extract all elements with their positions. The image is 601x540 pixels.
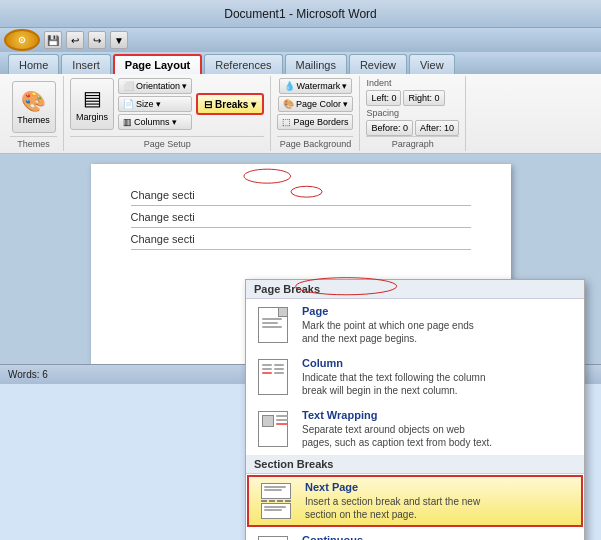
indent-left-btn[interactable]: Left: 0: [366, 90, 401, 106]
quick-access-toolbar: ⊙ 💾 ↩ ↪ ▼: [0, 28, 601, 52]
breaks-dropdown: Page Breaks Page Mark the point at which…: [245, 279, 585, 540]
page-color-button[interactable]: 🎨 Page Color ▾: [278, 96, 353, 112]
watermark-button[interactable]: 💧 Watermark ▾: [279, 78, 353, 94]
continuous-item[interactable]: Continuous Insert a section break and st…: [246, 528, 584, 540]
title-bar: Document1 - Microsoft Word: [0, 0, 601, 28]
text-wrap-desc: Separate text around objects on webpages…: [302, 423, 576, 449]
themes-group: 🎨 Themes Themes: [4, 76, 64, 151]
undo-btn[interactable]: ↩: [66, 31, 84, 49]
column-break-desc: Indicate that the text following the col…: [302, 371, 576, 397]
continuous-title: Continuous: [302, 534, 576, 540]
text-wrap-icon: [254, 409, 292, 449]
page-setup-group: ▤ Margins ⬜ Orientation ▾ 📄 Size ▾: [64, 76, 271, 151]
orientation-icon: ⬜: [123, 81, 134, 91]
page-break-icon: [254, 305, 292, 345]
main-area: Change secti Change secti Change secti h…: [0, 154, 601, 364]
spacing-before-btn[interactable]: Before: 0: [366, 120, 413, 136]
column-break-item[interactable]: Column Indicate that the text following …: [246, 351, 584, 403]
size-button[interactable]: 📄 Size ▾: [118, 96, 192, 112]
breaks-icon: ⊟: [204, 99, 212, 110]
title-text: Document1 - Microsoft Word: [224, 7, 377, 21]
indent-label: Indent: [366, 78, 391, 88]
doc-line-3: Change secti: [131, 228, 471, 250]
redo-btn[interactable]: ↪: [88, 31, 106, 49]
themes-button[interactable]: 🎨 Themes: [12, 81, 56, 133]
tab-references[interactable]: References: [204, 54, 282, 74]
continuous-icon: [254, 534, 292, 540]
word-count: Words: 6: [8, 369, 48, 380]
office-button[interactable]: ⊙: [4, 29, 40, 51]
columns-arrow: ▾: [172, 117, 177, 127]
page-break-desc: Mark the point at which one page endsand…: [302, 319, 576, 345]
tab-page-layout[interactable]: Page Layout: [113, 54, 202, 74]
ribbon-content: 🎨 Themes Themes ▤ Margins ⬜ Orientation …: [0, 74, 601, 154]
breaks-arrow: ▾: [251, 99, 256, 110]
page-setup-label: Page Setup: [70, 136, 264, 149]
column-break-title: Column: [302, 357, 576, 369]
section-breaks-header: Section Breaks: [246, 455, 584, 474]
orientation-arrow: ▾: [182, 81, 187, 91]
next-page-item[interactable]: Next Page Insert a section break and sta…: [247, 475, 583, 527]
tab-home[interactable]: Home: [8, 54, 59, 74]
page-setup-small-btns: ⬜ Orientation ▾ 📄 Size ▾ ▥ Columns ▾: [118, 78, 192, 130]
page-color-arrow: ▾: [343, 99, 348, 109]
margins-icon: ▤: [83, 86, 102, 110]
breaks-button[interactable]: ⊟ Breaks ▾: [196, 93, 264, 115]
column-break-icon: [254, 357, 292, 397]
tab-view[interactable]: View: [409, 54, 455, 74]
doc-line-1: Change secti: [131, 184, 471, 206]
breaks-group-btns: ⊟ Breaks ▾: [196, 93, 264, 115]
next-page-title: Next Page: [305, 481, 573, 493]
page-color-icon: 🎨: [283, 99, 294, 109]
tab-review[interactable]: Review: [349, 54, 407, 74]
columns-icon: ▥: [123, 117, 132, 127]
page-background-group: 💧 Watermark ▾ 🎨 Page Color ▾ ⬚ Page Bord…: [271, 76, 360, 151]
doc-line-2: Change secti: [131, 206, 471, 228]
spacing-label: Spacing: [366, 108, 399, 118]
themes-group-label: Themes: [10, 136, 57, 149]
spacing-after-btn[interactable]: After: 10: [415, 120, 459, 136]
page-borders-button[interactable]: ⬚ Page Borders: [277, 114, 353, 130]
size-arrow: ▾: [156, 99, 161, 109]
columns-button[interactable]: ▥ Columns ▾: [118, 114, 192, 130]
page-bg-label: Page Background: [277, 136, 353, 149]
tab-mailings[interactable]: Mailings: [285, 54, 347, 74]
text-wrap-title: Text Wrapping: [302, 409, 576, 421]
orientation-button[interactable]: ⬜ Orientation ▾: [118, 78, 192, 94]
next-page-desc: Insert a section break and start the new…: [305, 495, 573, 521]
size-icon: 📄: [123, 99, 134, 109]
watermark-icon: 💧: [284, 81, 295, 91]
ribbon-tabs: Home Insert Page Layout References Maili…: [0, 52, 601, 74]
page-break-item[interactable]: Page Mark the point at which one page en…: [246, 299, 584, 351]
themes-icon: 🎨: [21, 89, 46, 113]
next-page-icon: [257, 481, 295, 521]
indent-right-btn[interactable]: Right: 0: [403, 90, 444, 106]
tab-insert[interactable]: Insert: [61, 54, 111, 74]
paragraph-label: Paragraph: [366, 136, 459, 149]
watermark-arrow: ▾: [342, 81, 347, 91]
page-breaks-header: Page Breaks: [246, 280, 584, 299]
paragraph-group: Indent Left: 0 Right: 0 Spacing Before: …: [360, 76, 466, 151]
text-wrap-item[interactable]: Text Wrapping Separate text around objec…: [246, 403, 584, 455]
page-break-title: Page: [302, 305, 576, 317]
borders-icon: ⬚: [282, 117, 291, 127]
save-quick-btn[interactable]: 💾: [44, 31, 62, 49]
margins-button[interactable]: ▤ Margins: [70, 78, 114, 130]
qa-dropdown[interactable]: ▼: [110, 31, 128, 49]
